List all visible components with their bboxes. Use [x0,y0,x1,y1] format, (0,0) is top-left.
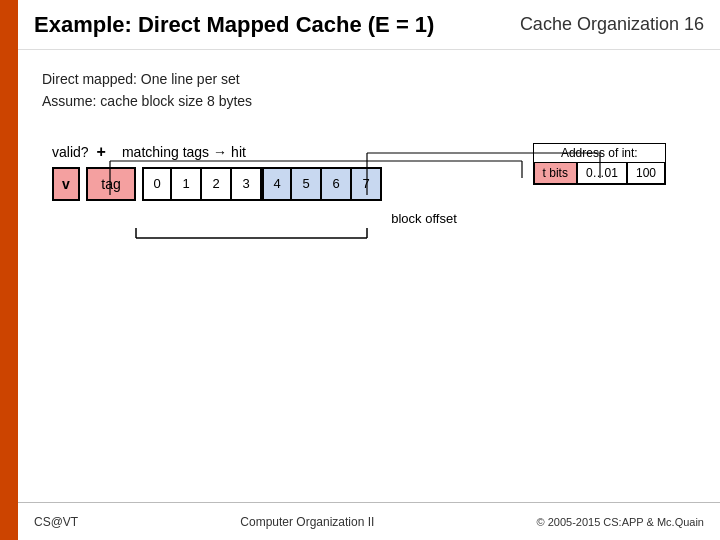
t-bits-cell: t bits [534,162,577,184]
slide-subtitle: Cache Organization 16 [520,14,704,35]
footer: CS@VT Computer Organization II © 2005-20… [18,502,720,540]
tag-cell: tag [86,167,136,201]
diagram: Address of int: t bits 0…01 100 valid? +… [42,143,696,226]
hit-text: hit [231,144,246,160]
desc-line2: Assume: cache block size 8 bytes [42,90,696,112]
data-cell-7: 7 [352,167,382,201]
content-area: Direct mapped: One line per set Assume: … [18,50,720,500]
footer-right: © 2005-2015 CS:APP & Mc.Quain [537,516,705,528]
block-offset-label: block offset [152,211,696,226]
address-cells: t bits 0…01 100 [534,162,665,184]
footer-center: Computer Organization II [240,515,374,529]
plus-sign: + [97,143,106,161]
slide: Example: Direct Mapped Cache (E = 1) Cac… [0,0,720,540]
data-cell-5: 5 [292,167,322,201]
header: Example: Direct Mapped Cache (E = 1) Cac… [18,0,720,50]
address-box: Address of int: t bits 0…01 100 [533,143,666,185]
desc-line1: Direct mapped: One line per set [42,68,696,90]
addr-value-cell: 0…01 [577,162,627,184]
data-cell-1: 1 [172,167,202,201]
data-cells: 0 1 2 3 4 5 6 7 [136,167,382,201]
footer-left: CS@VT [34,515,78,529]
data-cell-2: 2 [202,167,232,201]
valid-label: valid? [52,144,89,160]
slide-title: Example: Direct Mapped Cache (E = 1) [34,12,434,38]
address-title: Address of int: [534,144,665,162]
data-cell-3: 3 [232,167,262,201]
data-cell-4: 4 [262,167,292,201]
description: Direct mapped: One line per set Assume: … [42,68,696,113]
matching-text: matching tags [122,144,209,160]
data-cell-0: 0 [142,167,172,201]
v-cell: v [52,167,80,201]
data-cell-6: 6 [322,167,352,201]
left-accent-bar [0,0,18,540]
addr-index-cell: 100 [627,162,665,184]
arrow-icon: → [213,144,227,160]
